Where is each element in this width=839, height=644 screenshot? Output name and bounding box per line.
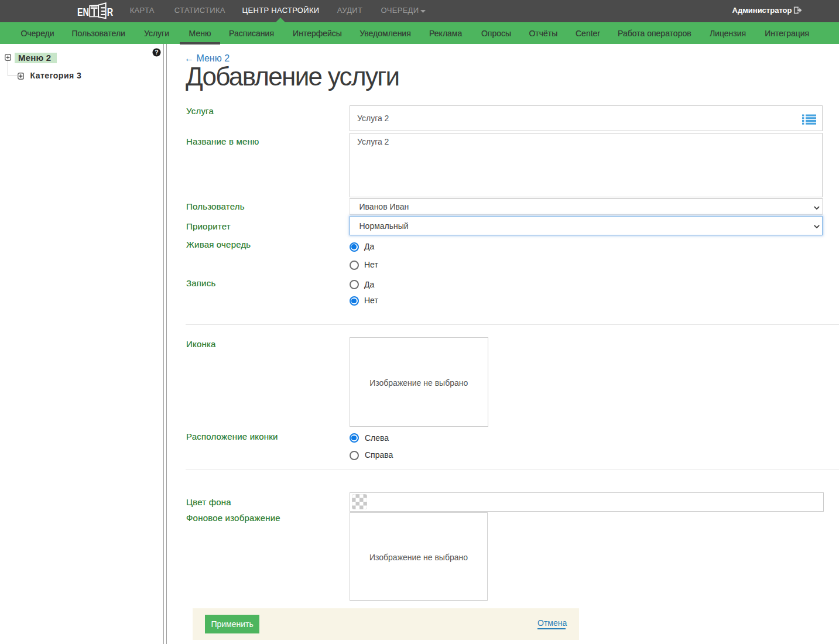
svg-text:?: ? bbox=[155, 49, 158, 56]
svg-text:EN: EN bbox=[77, 6, 89, 18]
svg-text:R: R bbox=[107, 6, 113, 18]
